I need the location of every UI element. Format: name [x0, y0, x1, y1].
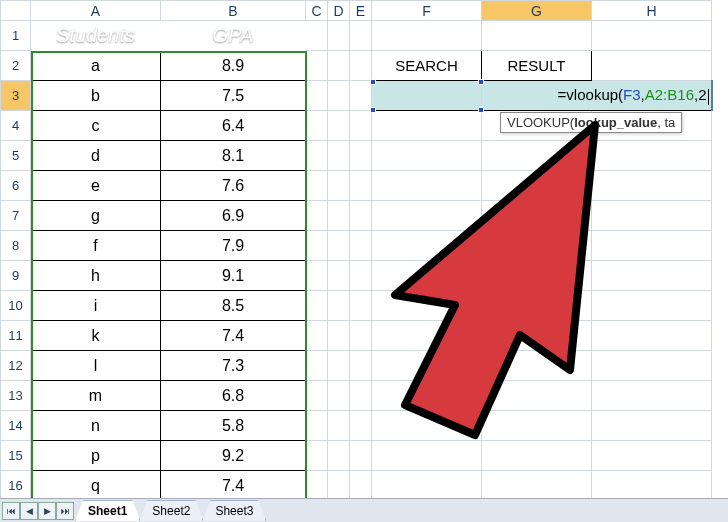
cell[interactable] [592, 201, 712, 231]
cell[interactable] [306, 21, 328, 51]
row-header-15[interactable]: 15 [1, 441, 31, 471]
cell[interactable] [592, 471, 712, 501]
cell[interactable] [592, 21, 712, 51]
col-header-h[interactable]: H [592, 1, 712, 21]
cell[interactable] [350, 51, 372, 81]
cell[interactable] [350, 321, 372, 351]
cell[interactable] [328, 21, 350, 51]
cell[interactable] [306, 351, 328, 381]
cell[interactable] [592, 171, 712, 201]
nav-last-button[interactable]: ⏭ [56, 502, 74, 520]
cell[interactable] [350, 381, 372, 411]
cell[interactable] [482, 21, 592, 51]
cell[interactable] [372, 111, 482, 141]
cell[interactable] [350, 261, 372, 291]
cell[interactable] [328, 321, 350, 351]
cell[interactable] [306, 261, 328, 291]
row-header-3[interactable]: 3 [1, 81, 31, 111]
cell[interactable] [328, 441, 350, 471]
cell[interactable] [306, 171, 328, 201]
cell[interactable] [350, 231, 372, 261]
cell[interactable] [592, 321, 712, 351]
cell-student[interactable]: e [31, 171, 161, 201]
cell[interactable] [350, 201, 372, 231]
cell-gpa[interactable]: 5.8 [161, 411, 306, 441]
cell-gpa[interactable]: 8.9 [161, 51, 306, 81]
cell[interactable] [350, 21, 372, 51]
cell[interactable] [328, 381, 350, 411]
row-header-14[interactable]: 14 [1, 411, 31, 441]
cell-gpa[interactable]: 7.9 [161, 231, 306, 261]
cell[interactable] [592, 51, 712, 81]
cell-student[interactable]: c [31, 111, 161, 141]
col-header-f[interactable]: F [372, 1, 482, 21]
cell[interactable] [372, 351, 482, 381]
cell[interactable] [306, 291, 328, 321]
col-header-d[interactable]: D [328, 1, 350, 21]
row-header-1[interactable]: 1 [1, 21, 31, 51]
cell[interactable] [328, 231, 350, 261]
cell-gpa[interactable]: 6.9 [161, 201, 306, 231]
cell[interactable] [372, 141, 482, 171]
row-header-12[interactable]: 12 [1, 351, 31, 381]
col-header-b[interactable]: B [161, 1, 306, 21]
cell[interactable] [328, 471, 350, 501]
cell[interactable] [306, 441, 328, 471]
cell-student[interactable]: h [31, 261, 161, 291]
cell[interactable] [328, 261, 350, 291]
cell[interactable] [592, 411, 712, 441]
cell[interactable] [592, 291, 712, 321]
cell[interactable] [592, 381, 712, 411]
cell-gpa[interactable]: 7.5 [161, 81, 306, 111]
row-header-2[interactable]: 2 [1, 51, 31, 81]
row-header-4[interactable]: 4 [1, 111, 31, 141]
cell[interactable] [306, 321, 328, 351]
cell-student[interactable]: a [31, 51, 161, 81]
cell-gpa[interactable]: 7.6 [161, 171, 306, 201]
cell[interactable] [482, 441, 592, 471]
cell[interactable] [372, 471, 482, 501]
cell[interactable] [328, 141, 350, 171]
cell-student[interactable]: f [31, 231, 161, 261]
row-header-13[interactable]: 13 [1, 381, 31, 411]
cell-student[interactable]: i [31, 291, 161, 321]
cell-gpa[interactable]: 8.1 [161, 141, 306, 171]
tab-sheet1[interactable]: Sheet1 [75, 500, 140, 521]
cell[interactable] [306, 231, 328, 261]
cell[interactable] [306, 51, 328, 81]
cell[interactable] [306, 111, 328, 141]
cell[interactable] [350, 441, 372, 471]
label-search[interactable]: SEARCH [372, 51, 482, 81]
cell[interactable] [306, 411, 328, 441]
cell-gpa[interactable]: 7.3 [161, 351, 306, 381]
row-header-11[interactable]: 11 [1, 321, 31, 351]
cell[interactable] [482, 291, 592, 321]
cell[interactable] [372, 411, 482, 441]
row-header-9[interactable]: 9 [1, 261, 31, 291]
cell[interactable] [350, 351, 372, 381]
cell[interactable] [328, 201, 350, 231]
row-header-7[interactable]: 7 [1, 201, 31, 231]
cell[interactable] [328, 171, 350, 201]
cell[interactable] [592, 261, 712, 291]
cell-student[interactable]: q [31, 471, 161, 501]
cell[interactable] [482, 171, 592, 201]
row-header-8[interactable]: 8 [1, 231, 31, 261]
nav-first-button[interactable]: ⏮ [2, 502, 20, 520]
cell[interactable] [482, 141, 592, 171]
cell[interactable] [482, 321, 592, 351]
nav-next-button[interactable]: ▶ [38, 502, 56, 520]
cell[interactable] [306, 381, 328, 411]
cell[interactable] [372, 441, 482, 471]
cell-gpa[interactable]: 8.5 [161, 291, 306, 321]
cell-student[interactable]: d [31, 141, 161, 171]
cell[interactable] [350, 171, 372, 201]
cell[interactable] [482, 231, 592, 261]
cell[interactable] [328, 291, 350, 321]
cell[interactable] [372, 381, 482, 411]
select-all-corner[interactable] [1, 1, 31, 21]
col-header-g[interactable]: G [482, 1, 592, 21]
cell[interactable] [306, 471, 328, 501]
cell[interactable] [328, 111, 350, 141]
cell[interactable] [482, 201, 592, 231]
